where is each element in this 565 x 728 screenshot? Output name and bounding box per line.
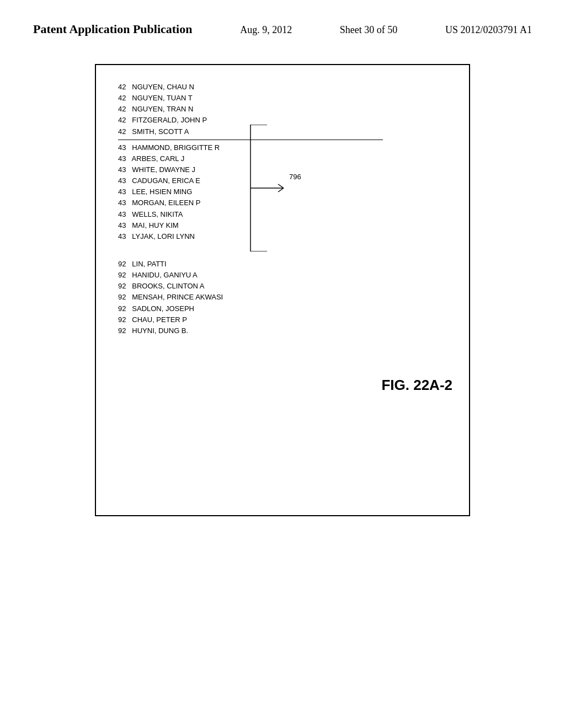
- bracket-svg: [245, 125, 311, 251]
- list-item: 92 SADLON, JOSEPH: [118, 303, 383, 314]
- list-item: 92 HUYNI, DUNG B.: [118, 325, 383, 336]
- list-item: 42 NGUYEN, TRAN N: [118, 104, 383, 115]
- list-item: 92 HANIDU, GANIYU A: [118, 270, 383, 281]
- patent-number: US 2012/0203791 A1: [445, 24, 532, 36]
- main-content: 42 NGUYEN, CHAU N 42 NGUYEN, TUAN T 42 N…: [0, 47, 565, 533]
- svg-line-5: [278, 188, 284, 192]
- diagram-box: 42 NGUYEN, CHAU N 42 NGUYEN, TUAN T 42 N…: [95, 64, 470, 516]
- list-item: 42 NGUYEN, TUAN T: [118, 93, 383, 104]
- group92-section: 92 LIN, PATTI 92 HANIDU, GANIYU A 92 BRO…: [118, 259, 383, 336]
- page: Patent Application Publication Aug. 9, 2…: [0, 0, 565, 728]
- list-item: 92 MENSAH, PRINCE AKWASI: [118, 292, 383, 303]
- bracket-label: 796: [289, 173, 301, 181]
- svg-line-4: [278, 184, 284, 188]
- sheet-info: Sheet 30 of 50: [340, 24, 397, 36]
- list-item: 42 NGUYEN, CHAU N: [118, 82, 383, 93]
- list-item: 92 BROOKS, CLINTON A: [118, 281, 383, 292]
- publication-date: Aug. 9, 2012: [240, 24, 292, 36]
- list-item: 92 LIN, PATTI: [118, 259, 383, 270]
- list-item: 92 CHAU, PETER P: [118, 314, 383, 325]
- fig-label: FIG. 22A-2: [381, 377, 452, 394]
- publication-title: Patent Application Publication: [33, 22, 192, 36]
- header: Patent Application Publication Aug. 9, 2…: [0, 0, 565, 47]
